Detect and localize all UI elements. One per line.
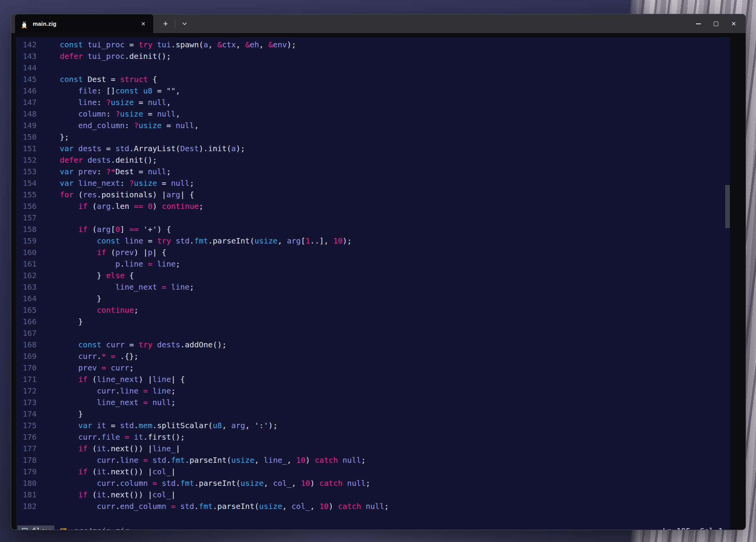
tab-main-zig[interactable]: main.zig ✕ [15,14,153,33]
line-number: 159 [16,235,37,247]
code-line: 181 if (it.next()) |col_| [16,489,730,500]
file-path: src/main.zig [74,526,129,530]
code-line: 165 continue; [16,304,730,316]
terminal-window: main.zig ✕ + ✕ 142 const tui_proc = try … [11,14,746,530]
line-number: 158 [16,223,37,235]
code-text: line_next = null; [37,397,176,408]
line-number: 182 [16,500,37,512]
code-line: 150 }; [16,131,730,143]
tabbar-separator [175,20,175,28]
code-text: var line_next: ?usize = null; [37,177,194,189]
code-line: 180 curr.column = std.fmt.parseInt(usize… [16,477,730,489]
code-text: } [37,293,102,304]
code-text: curr.line = std.fmt.parseInt(usize, line… [37,454,366,466]
code-text: if (it.next()) |line_| [37,443,180,454]
line-number: 154 [16,177,37,189]
code-text: var dests = std.ArrayList(Dest).init(a); [37,143,245,154]
code-line: 156 if (arg.len == 0) continue; [16,200,730,212]
line-number: 172 [16,385,37,397]
line-number: 165 [16,304,37,316]
line-number: 175 [16,420,37,431]
code-line: 173 line_next = null; [16,397,730,408]
tab-dropdown-button[interactable] [178,14,191,33]
code-line: 154 var line_next: ?usize = null; [16,177,730,189]
titlebar-drag-area[interactable] [191,14,689,33]
code-line: 151 var dests = std.ArrayList(Dest).init… [16,143,730,154]
line-number: 151 [16,143,37,154]
titlebar[interactable]: main.zig ✕ + ✕ [11,14,746,33]
code-text: for (res.positionals) |arg| { [37,189,194,200]
line-number: 173 [16,397,37,408]
window-controls: ✕ [689,14,743,33]
code-line: 166 } [16,316,730,327]
code-text: curr.column = std.fmt.parseInt(usize, co… [37,477,370,489]
flow-menu-button[interactable]: flow [17,525,54,530]
line-number: 174 [16,408,37,420]
line-number: 149 [16,120,37,131]
code-line: 163 line_next = line; [16,281,730,293]
line-number: 160 [16,247,37,258]
line-number: 150 [16,131,37,143]
line-number: 166 [16,316,37,327]
code-line: 164 } [16,293,730,304]
code-text: line_next = line; [37,281,194,293]
code-text: var it = std.mem.splitScalar(u8, arg, ':… [37,420,278,431]
line-number: 164 [16,293,37,304]
code-line: 145 const Dest = struct { [16,73,730,85]
scrollbar-thumb[interactable] [725,185,730,228]
code-text: end_column: ?usize = null, [37,120,199,131]
code-text: const curr = try dests.addOne(); [37,339,227,350]
code-line: 152 defer dests.deinit(); [16,154,730,166]
tab-close-button[interactable]: ✕ [139,20,148,28]
code-text: curr.file = it.first(); [37,431,185,443]
code-area[interactable]: 142 const tui_proc = try tui.spawn(a, &c… [16,37,730,525]
zig-logo-icon [59,527,67,530]
line-number: 146 [16,85,37,97]
line-number: 167 [16,327,37,339]
flow-editor: 142 const tui_proc = try tui.spawn(a, &c… [16,37,730,530]
flow-logo-icon [22,527,28,530]
code-line: 174 } [16,408,730,420]
code-line: 143 defer tui_proc.deinit(); [16,50,730,62]
code-line: 175 var it = std.mem.splitScalar(u8, arg… [16,420,730,431]
line-number: 143 [16,50,37,62]
line-number: 170 [16,362,37,374]
maximize-button[interactable] [707,14,725,33]
code-text: curr.end_column = std.fmt.parseInt(usize… [37,500,389,512]
tab-title: main.zig [33,20,57,27]
code-line: 172 curr.line = line; [16,385,730,397]
code-text: if (arg[0] == '+') { [37,223,171,235]
line-number: 155 [16,189,37,200]
line-number: 176 [16,431,37,443]
code-text: defer tui_proc.deinit(); [37,50,171,62]
code-text: curr.* = .{}; [37,350,139,362]
code-line: 159 const line = try std.fmt.parseInt(us… [16,235,730,247]
line-number: 157 [16,212,37,223]
code-line: 148 column: ?usize = null, [16,108,730,120]
code-line: 171 if (line_next) |line| { [16,374,730,385]
code-line: 178 curr.line = std.fmt.parseInt(usize, … [16,454,730,466]
line-number: 178 [16,454,37,466]
minimize-button[interactable] [689,14,707,33]
code-line: 153 var prev: ?*Dest = null; [16,166,730,177]
close-button[interactable]: ✕ [725,14,743,33]
line-number: 148 [16,108,37,120]
tux-penguin-icon [20,19,28,28]
line-number: 153 [16,166,37,177]
code-line: 149 end_column: ?usize = null, [16,120,730,131]
line-number: 147 [16,97,37,108]
line-number: 145 [16,73,37,85]
desktop: main.zig ✕ + ✕ 142 const tui_proc = try … [0,0,756,542]
line-number: 144 [16,62,37,73]
code-text: if (it.next()) |col_| [37,489,176,500]
code-text [37,62,41,73]
code-line: 161 p.line = line; [16,258,730,270]
code-text [37,327,41,339]
code-text: }; [37,131,69,143]
code-text: column: ?usize = null, [37,108,180,120]
code-text: const Dest = struct { [37,73,157,85]
code-line: 162 } else { [16,270,730,281]
new-tab-button[interactable]: + [159,14,172,33]
code-text: continue; [37,304,139,316]
code-text: defer dests.deinit(); [37,154,157,166]
